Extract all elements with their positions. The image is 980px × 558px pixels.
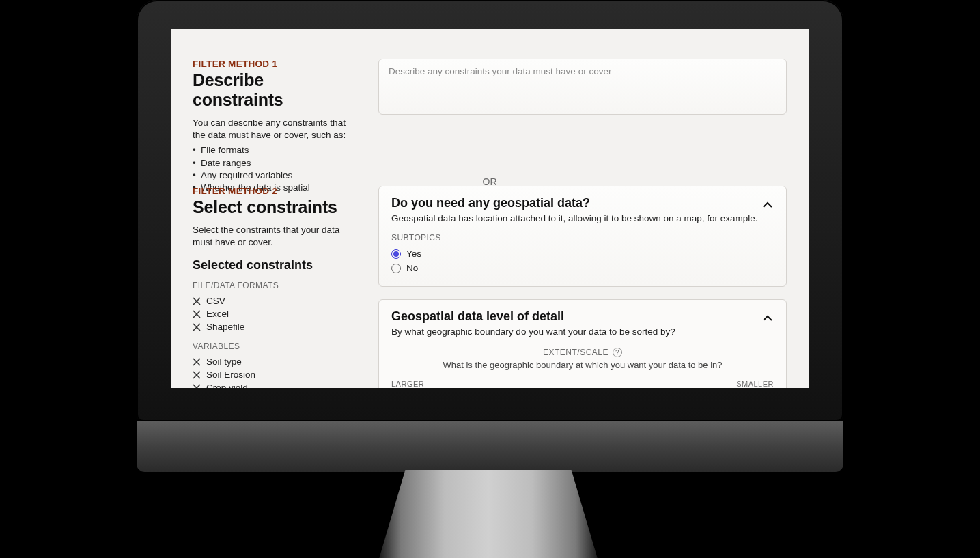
constraint-chip: Excel	[193, 307, 351, 320]
monitor-chin	[137, 421, 843, 472]
radio-label: No	[406, 263, 418, 273]
close-icon[interactable]	[193, 310, 201, 318]
constraint-chip: Crop yield	[193, 381, 351, 388]
radio-no[interactable]: No	[391, 261, 774, 275]
geo-detail-title: Geospatial data level of detail	[391, 309, 675, 324]
variables-label: VARIABLES	[193, 341, 351, 351]
geospatial-detail-card: Geospatial data level of detail By what …	[378, 299, 787, 388]
method1-title: Describe constraints	[193, 70, 351, 110]
radio-label: Yes	[406, 249, 421, 259]
constraint-chip: CSV	[193, 294, 351, 307]
radio-icon	[391, 249, 401, 259]
close-icon[interactable]	[193, 384, 201, 388]
close-icon[interactable]	[193, 371, 201, 379]
geospatial-question-card: Do you need any geospatial data? Geospat…	[378, 186, 787, 287]
chip-label: Soil type	[206, 357, 242, 367]
scale-larger-label: LARGER	[391, 380, 424, 388]
bullet: File formats	[201, 144, 351, 156]
chip-label: Excel	[206, 309, 229, 319]
constraint-chip: Soil Erosion	[193, 368, 351, 381]
extent-scale-label: EXTENT/SCALE ?	[391, 348, 774, 357]
formats-label: FILE/DATA FORMATS	[193, 281, 351, 290]
method2-title: Select constraints	[193, 197, 351, 217]
geo-question-sub: Geospatial data has location attached to…	[391, 212, 758, 225]
close-icon[interactable]	[193, 297, 201, 305]
radio-icon	[391, 264, 401, 273]
chevron-up-icon[interactable]	[761, 312, 774, 324]
chip-label: CSV	[206, 296, 225, 306]
chevron-up-icon[interactable]	[761, 199, 774, 211]
app-screen: FILTER METHOD 1 Describe constraints You…	[171, 29, 809, 388]
close-icon[interactable]	[193, 323, 201, 331]
help-icon[interactable]: ?	[613, 348, 622, 357]
chip-label: Crop yield	[206, 382, 248, 388]
method1-eyebrow: FILTER METHOD 1	[193, 59, 351, 69]
geo-question-title: Do you need any geospatial data?	[391, 196, 758, 210]
monitor-stand	[379, 470, 598, 558]
constraint-chip: Soil type	[193, 355, 351, 368]
subtopics-label: SUBTOPICS	[391, 233, 774, 242]
chip-label: Soil Erosion	[206, 369, 255, 380]
chip-label: Shapefile	[206, 322, 244, 332]
constraints-textarea[interactable]: Describe any constraints your data must …	[378, 59, 787, 115]
scale-smaller-label: SMALLER	[736, 380, 774, 388]
constraint-chip: Shapefile	[193, 320, 351, 333]
extent-scale-hint: What is the geographic boundary at which…	[391, 360, 774, 370]
method2-eyebrow: FILTER METHOD 2	[193, 186, 351, 196]
left-panel-2: FILTER METHOD 2 Select constraints Selec…	[193, 186, 351, 388]
radio-yes[interactable]: Yes	[391, 247, 774, 261]
method1-desc: You can describe any constraints that th…	[193, 117, 351, 141]
method2-desc: Select the constraints that your data mu…	[193, 224, 351, 249]
geo-detail-sub: By what geographic boundary do you want …	[391, 326, 675, 338]
textarea-placeholder: Describe any constraints your data must …	[389, 66, 611, 76]
close-icon[interactable]	[193, 358, 201, 366]
selected-constraints-title: Selected constraints	[193, 258, 351, 273]
